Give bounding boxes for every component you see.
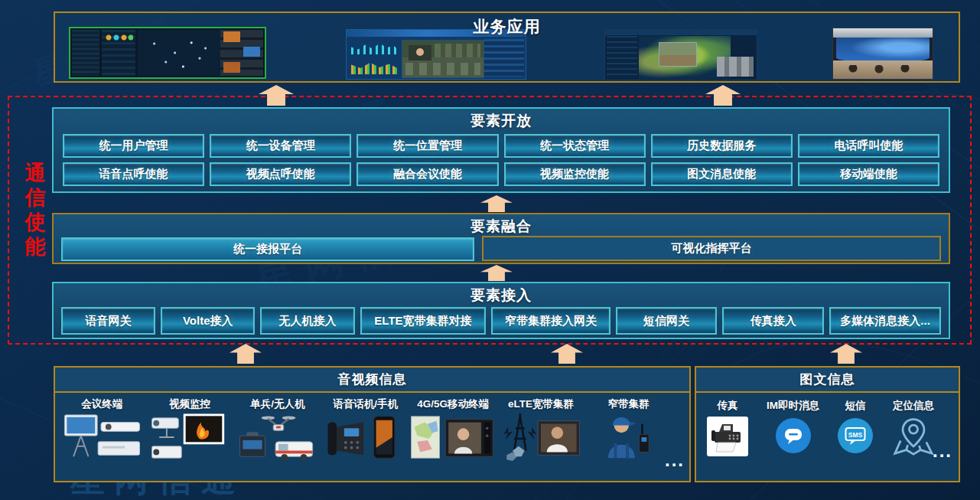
video-thumbnail	[223, 62, 240, 73]
video-conference-window	[402, 40, 484, 78]
camera-grid	[717, 57, 754, 77]
device-label: 会议终端	[81, 397, 122, 412]
audio-video-info-panel: 音视频信息 会议终端 视频监控	[54, 366, 691, 482]
photo-inset	[659, 42, 697, 67]
office-camera-view	[405, 63, 480, 75]
mini-bar-chart	[351, 60, 399, 74]
operators-silhouettes	[844, 65, 920, 74]
architecture-slide: 星网信通 星网信通 星网信通 星网信通 业务应用	[0, 0, 980, 500]
graphic-item-row: 传真 IM即时消息	[707, 398, 936, 476]
device-label: 语音话机/手机	[333, 397, 398, 412]
vertical-char: 能	[23, 234, 47, 259]
svg-text:SMS: SMS	[848, 431, 863, 439]
conference-terminal-icon	[60, 412, 144, 464]
audio-video-info-title: 音视频信息	[55, 368, 689, 393]
video-thumbnail	[243, 47, 260, 57]
business-applications-title: 业务应用	[55, 16, 959, 38]
phone-handset-icon	[324, 412, 408, 464]
graphic-item-label: IM即时消息	[767, 398, 819, 413]
device-label: eLTE宽带集群	[508, 397, 574, 412]
device-group-phones: 语音话机/手机	[321, 397, 409, 479]
fax-machine-icon	[707, 417, 748, 456]
communication-enable-label: 通 信 使 能	[23, 161, 47, 259]
device-label: 视频监控	[169, 397, 210, 412]
graphic-item-location: 定位信息	[891, 398, 936, 476]
graphic-item-label: 短信	[845, 398, 866, 413]
map-pin-icon	[891, 415, 936, 456]
device-group-drone: 单兵/无人机	[233, 397, 321, 479]
mini-panel	[607, 36, 637, 78]
device-label: 4G/5G移动终端	[417, 397, 489, 412]
device-group-mobile-terminal: 4G/5G移动终端	[409, 397, 497, 479]
device-label: 单兵/无人机	[250, 397, 304, 412]
chat-bubble-icon	[776, 418, 811, 453]
cctv-camera-icon	[148, 412, 232, 464]
vertical-char: 通	[23, 161, 47, 185]
communication-enable-boundary	[8, 96, 972, 345]
vertical-char: 使	[23, 210, 47, 234]
mobile-terminal-icon	[409, 412, 497, 464]
drone-kit-icon	[236, 412, 320, 464]
business-applications-panel: 业务应用	[54, 11, 960, 83]
device-group-conference: 会议终端	[58, 397, 146, 479]
graphic-item-fax: 传真	[707, 398, 748, 476]
mini-panel	[484, 39, 524, 77]
graphic-item-label: 传真	[718, 398, 738, 413]
device-group-elte-cluster: eLTE宽带集群	[497, 397, 585, 479]
device-group-surveillance: 视频监控	[146, 397, 234, 479]
device-row: 会议终端 视频监控	[58, 397, 672, 479]
video-call-thumbnail	[409, 45, 431, 60]
more-ellipsis: ...	[665, 456, 685, 464]
video-wall	[836, 38, 930, 62]
vertical-char: 信	[23, 185, 47, 210]
field-officer-icon	[592, 412, 666, 464]
mini-bar-chart	[351, 42, 399, 54]
graphic-item-label: 定位信息	[893, 398, 934, 413]
device-label: 窄带集群	[608, 397, 650, 412]
graphic-text-info-panel: 图文信息 传真 IM即时消息	[695, 366, 960, 482]
radio-tower-icon	[498, 412, 584, 464]
office-camera-view	[435, 44, 480, 57]
graphic-item-sms: 短信 SMS	[838, 398, 873, 476]
device-group-narrowband: 窄带集群	[584, 397, 672, 479]
graphic-item-im: IM即时消息	[767, 398, 819, 476]
more-ellipsis: ...	[933, 447, 952, 455]
graphic-text-info-title: 图文信息	[696, 368, 959, 393]
sms-bubble-icon: SMS	[838, 418, 873, 453]
